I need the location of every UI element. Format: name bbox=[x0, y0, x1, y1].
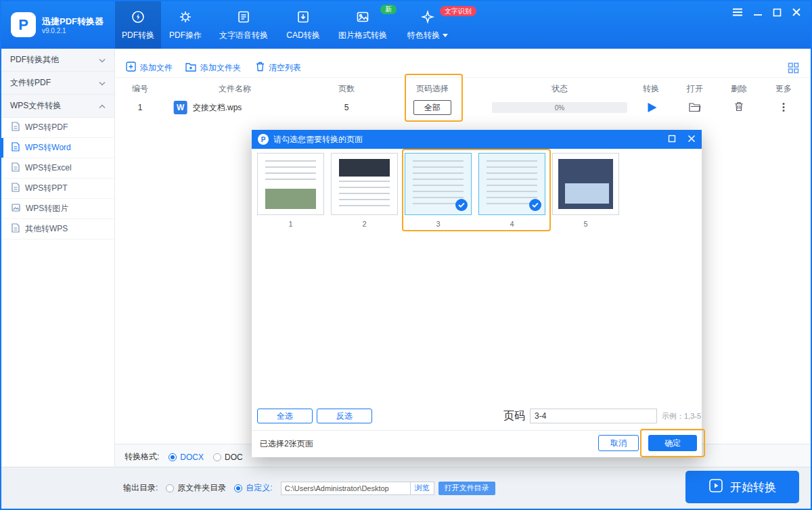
start-convert-icon bbox=[708, 478, 723, 496]
view-grid-icon[interactable] bbox=[788, 61, 799, 74]
sidebar-group-pdf-other[interactable]: PDF转换其他 bbox=[1, 49, 114, 72]
tab-image-convert[interactable]: 新 图片格式转换 bbox=[329, 1, 397, 49]
app-version: v9.0.2.1 bbox=[42, 27, 104, 34]
add-folder-button[interactable]: 添加文件夹 bbox=[185, 61, 241, 74]
doc-icon bbox=[12, 162, 20, 174]
sidebar-item-label: WPS转Excel bbox=[25, 162, 72, 174]
col-header-status: 状态 bbox=[551, 83, 568, 95]
convert-play-button[interactable] bbox=[648, 103, 657, 112]
col-header-convert: 转换 bbox=[643, 83, 659, 95]
dialog-close-icon[interactable] bbox=[687, 133, 696, 145]
select-all-button[interactable]: 全选 bbox=[257, 409, 313, 423]
col-header-more: 更多 bbox=[775, 83, 792, 95]
sidebar-item-wps-to-ppt[interactable]: WPS转PPT bbox=[1, 179, 114, 199]
start-convert-label: 开始转换 bbox=[730, 480, 776, 495]
new-badge: 新 bbox=[380, 5, 397, 14]
row-num: 1 bbox=[138, 103, 143, 112]
col-header-open: 打开 bbox=[687, 83, 703, 95]
page-thumbnail-1[interactable]: 1 bbox=[257, 153, 324, 228]
thumb-text-lines bbox=[413, 160, 464, 208]
close-icon[interactable] bbox=[792, 7, 801, 17]
tab-cad-convert[interactable]: CAD转换 bbox=[277, 1, 329, 49]
main-nav: PDF转换 PDF操作 文字语音转换 bbox=[115, 1, 459, 49]
thumbnail-preview[interactable] bbox=[331, 153, 398, 215]
open-output-dir-button[interactable]: 打开文件目录 bbox=[438, 482, 495, 495]
sidebar-item-wps-to-image[interactable]: WPS转图片 bbox=[1, 199, 114, 219]
thumbnail-preview[interactable] bbox=[552, 153, 619, 215]
sidebar-group-wps-convert[interactable]: WPS文件转换 bbox=[1, 95, 114, 118]
sidebar-item-wps-to-pdf[interactable]: WPS转PDF bbox=[1, 118, 114, 138]
delete-icon[interactable] bbox=[735, 101, 744, 114]
tab-text-speech[interactable]: 文字语音转换 bbox=[210, 1, 277, 49]
format-option-label: DOC bbox=[225, 453, 243, 462]
page-thumbnail-3[interactable]: 3 bbox=[405, 153, 472, 228]
thumbnail-preview[interactable] bbox=[257, 153, 324, 215]
menu-icon[interactable] bbox=[732, 7, 743, 17]
tab-label: 特色转换 bbox=[407, 30, 440, 41]
tab-label: PDF转换 bbox=[122, 30, 154, 41]
tab-special-convert[interactable]: 文字识别 特色转换 bbox=[397, 1, 459, 49]
col-header-delete: 删除 bbox=[731, 83, 747, 95]
page-select-button[interactable]: 全部 bbox=[413, 100, 451, 115]
add-file-button[interactable]: 添加文件 bbox=[126, 61, 173, 74]
output-path-input[interactable] bbox=[281, 482, 411, 495]
cancel-button[interactable]: 取消 bbox=[598, 435, 639, 451]
app-logo-icon: P bbox=[11, 12, 36, 37]
page-thumbnail-5[interactable]: 5 bbox=[552, 153, 619, 228]
file-name: 交接文档.wps bbox=[193, 102, 242, 114]
doc-icon bbox=[12, 122, 20, 133]
sidebar-item-label: WPS转图片 bbox=[26, 203, 68, 214]
page-range-row: 页码 示例：1,3-5 bbox=[503, 409, 701, 423]
window-controls bbox=[732, 7, 801, 17]
format-option-doc[interactable]: DOC bbox=[213, 453, 243, 462]
wps-file-icon: W bbox=[174, 101, 187, 114]
gear-icon bbox=[178, 9, 193, 26]
page-thumbnail-4[interactable]: 4 bbox=[478, 153, 545, 228]
thumbnail-preview[interactable] bbox=[478, 153, 545, 215]
thumbnail-preview[interactable] bbox=[405, 153, 472, 215]
output-option-source[interactable]: 原文件夹目录 bbox=[166, 482, 226, 494]
dialog-title: 请勾选您需要转换的页面 bbox=[273, 134, 663, 145]
browse-button[interactable]: 浏览 bbox=[411, 482, 434, 495]
toolbar-divider bbox=[115, 77, 811, 78]
image-icon bbox=[12, 204, 20, 214]
more-options-icon[interactable] bbox=[783, 101, 785, 113]
page-range-example: 示例：1,3-5 bbox=[662, 411, 701, 421]
radio-off-icon bbox=[213, 453, 221, 461]
sidebar-item-other-to-wps[interactable]: 其他转WPS bbox=[1, 219, 114, 239]
page-range-input[interactable] bbox=[530, 409, 657, 423]
sidebar-item-wps-to-word[interactable]: WPS转Word bbox=[1, 138, 114, 158]
open-folder-icon[interactable] bbox=[689, 102, 701, 114]
sidebar-item-wps-to-excel[interactable]: WPS转Excel bbox=[1, 158, 114, 179]
chevron-up-icon bbox=[99, 101, 106, 111]
minimize-icon[interactable] bbox=[753, 7, 763, 17]
dialog-title-bar: P 请勾选您需要转换的页面 bbox=[252, 130, 702, 149]
tab-pdf-convert[interactable]: PDF转换 bbox=[115, 1, 161, 49]
clear-list-button[interactable]: 清空列表 bbox=[256, 61, 301, 74]
doc-icon bbox=[12, 183, 20, 194]
title-bar: P 迅捷PDF转换器 v9.0.2.1 PDF转换 bbox=[1, 1, 811, 49]
confirm-button[interactable]: 确定 bbox=[648, 435, 697, 451]
dialog-maximize-icon[interactable] bbox=[668, 133, 676, 145]
progress-bar: 0% bbox=[492, 102, 627, 113]
selected-check-icon bbox=[455, 199, 468, 211]
start-convert-button[interactable]: 开始转换 bbox=[685, 471, 799, 503]
page-thumbnail-2[interactable]: 2 bbox=[331, 153, 398, 228]
col-header-num: 编号 bbox=[132, 83, 148, 95]
output-option-label: 自定义: bbox=[246, 482, 272, 494]
sidebar-group-file-to-pdf[interactable]: 文件转PDF bbox=[1, 72, 114, 95]
col-header-filename: 文件名称 bbox=[219, 83, 251, 95]
invert-select-button[interactable]: 反选 bbox=[317, 409, 372, 423]
tab-label: 图片格式转换 bbox=[338, 30, 387, 41]
sparkle-icon bbox=[420, 9, 435, 26]
tab-label: PDF操作 bbox=[169, 30, 202, 41]
app-window: P 迅捷PDF转换器 v9.0.2.1 PDF转换 bbox=[0, 0, 812, 510]
app-logo-block: P 迅捷PDF转换器 v9.0.2.1 bbox=[11, 12, 104, 37]
maximize-icon[interactable] bbox=[773, 8, 782, 17]
format-option-docx[interactable]: DOCX bbox=[168, 453, 204, 462]
tab-pdf-operate[interactable]: PDF操作 bbox=[161, 1, 210, 49]
thumb-photo bbox=[339, 159, 390, 177]
col-header-page-select: 页码选择 bbox=[416, 83, 449, 95]
output-option-custom[interactable]: 自定义: bbox=[234, 482, 272, 494]
sidebar-item-label: WPS转Word bbox=[25, 142, 71, 154]
